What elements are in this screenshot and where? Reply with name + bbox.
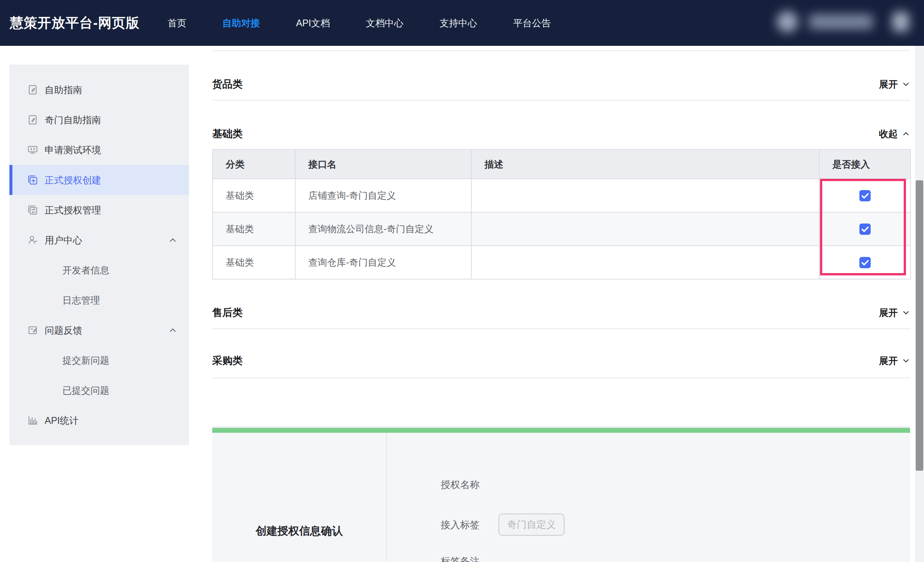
sidebar-item-label: 提交新问题 [9,354,109,367]
chevron-down-icon [901,356,910,365]
avatar [777,11,798,32]
sidebar-item-label: 已提交问题 [9,384,109,397]
cell-api-name: 查询物流公司信息-奇门自定义 [295,212,471,246]
table-row: 基础类 查询仓库-奇门自定义 [213,246,910,279]
user-account-blurred[interactable] [775,6,910,38]
cell-description [471,212,819,246]
chevron-down-icon [901,80,910,89]
col-connected: 是否接入 [819,150,910,179]
cell-description [471,246,819,279]
monitor-code-icon [27,144,39,156]
toggle-label: 收起 [879,126,898,141]
sidebar-item-developer-info[interactable]: 开发者信息 [9,255,189,285]
top-nav: 首页 自助对接 API文档 文档中心 支持中心 平台公告 [168,17,551,29]
chevron-down-icon [892,12,909,32]
col-api-name: 接口名 [295,150,471,179]
sidebar-item-apply-test-env[interactable]: 申请测试环境 [9,135,189,165]
sidebar-item-self-guide[interactable]: 自助指南 [9,75,189,105]
cell-category: 基础类 [213,179,295,212]
toggle-label: 展开 [879,305,898,320]
sidebar: 自助指南 奇门自助指南 申请测试环境 正式授权创建 正式授权管理 [9,65,189,445]
section-title-goods: 货品类 [212,77,243,92]
api-table: 分类 接口名 描述 是否接入 基础类 店铺查询-奇门自定义 基础类 查询物流公司… [212,149,911,279]
top-header: 慧策开放平台-网页版 首页 自助对接 API文档 文档中心 支持中心 平台公告 [0,0,924,46]
toggle-aftersale-expand[interactable]: 展开 [879,305,910,320]
sidebar-item-label: API统计 [9,414,79,427]
section-title-purchase: 采购类 [212,353,243,368]
scrollbar-track[interactable] [915,46,924,562]
sidebar-item-user-center[interactable]: 用户中心 [9,225,189,255]
cell-category: 基础类 [213,246,295,279]
section-divider [212,100,910,101]
nav-support-center[interactable]: 支持中心 [439,17,477,29]
toggle-basic-collapse[interactable]: 收起 [879,126,910,141]
sidebar-item-label: 开发者信息 [9,264,109,276]
feedback-icon [27,324,39,336]
table-row: 基础类 店铺查询-奇门自定义 [213,179,910,212]
page: 慧策开放平台-网页版 首页 自助对接 API文档 文档中心 支持中心 平台公告 … [0,0,924,562]
table-header-row: 分类 接口名 描述 是否接入 [213,150,910,179]
sidebar-item-label: 自助指南 [9,84,82,96]
nav-doc-center[interactable]: 文档中心 [366,17,403,29]
panel-title: 创建授权信息确认 [212,524,386,539]
access-tag-label: 接入标签 [441,519,480,531]
auth-name-label: 授权名称 [441,479,480,491]
section-title-aftersale: 售后类 [212,305,243,320]
user-icon [27,234,39,246]
col-category: 分类 [213,150,295,179]
table-row: 基础类 查询物流公司信息-奇门自定义 [213,212,910,246]
sidebar-item-submit-new-issue[interactable]: 提交新问题 [9,345,189,375]
connected-checkbox[interactable] [859,190,871,201]
connected-checkbox[interactable] [859,224,871,235]
scrollbar-thumb[interactable] [916,180,923,471]
cell-api-name: 查询仓库-奇门自定义 [295,246,471,279]
connected-checkbox[interactable] [859,257,871,268]
nav-platform-announcements[interactable]: 平台公告 [513,17,551,29]
sidebar-item-label: 申请测试环境 [9,144,101,156]
sidebar-item-formal-auth-manage[interactable]: 正式授权管理 [9,195,189,225]
section-divider [212,50,910,51]
sidebar-item-submitted-issues[interactable]: 已提交问题 [9,375,189,405]
sidebar-item-label: 问题反馈 [9,324,82,337]
square-arrows-icon [27,204,39,216]
sidebar-item-formal-auth-create[interactable]: 正式授权创建 [9,165,189,195]
panel-green-accent-bar [212,428,910,433]
toggle-label: 展开 [879,353,898,368]
toggle-purchase-expand[interactable]: 展开 [879,353,910,368]
cell-description [471,179,819,212]
section-divider [212,328,910,329]
panel-vertical-divider [386,433,387,562]
cell-category: 基础类 [213,212,295,246]
chevron-up-icon [901,129,910,138]
sidebar-item-label: 用户中心 [9,234,82,246]
toggle-label: 展开 [879,77,898,92]
create-auth-confirm-panel: 创建授权信息确认 授权名称 接入标签 奇门自定义 标签备注 [212,433,910,562]
bar-chart-icon [27,414,39,426]
sidebar-item-label: 日志管理 [9,294,100,307]
chevron-down-icon [901,308,910,317]
chevron-up-icon[interactable] [168,235,178,245]
guide-doc-icon [27,114,39,126]
chevron-up-icon[interactable] [168,325,178,335]
sidebar-item-label: 奇门自助指南 [9,114,101,126]
access-tag-chip[interactable]: 奇门自定义 [498,514,565,536]
toggle-goods-expand[interactable]: 展开 [879,77,910,92]
section-title-basic: 基础类 [212,126,243,141]
nav-home[interactable]: 首页 [168,17,186,29]
sidebar-item-api-stats[interactable]: API统计 [9,405,189,435]
sidebar-item-label: 正式授权管理 [9,204,101,216]
tag-note-label: 标签备注 [441,555,480,562]
cell-api-name: 店铺查询-奇门自定义 [295,179,471,212]
sidebar-item-feedback[interactable]: 问题反馈 [9,315,189,345]
col-description: 描述 [471,150,819,179]
app-logo: 慧策开放平台-网页版 [10,14,140,32]
sidebar-item-log-manage[interactable]: 日志管理 [9,285,189,315]
section-divider [212,378,910,378]
guide-doc-icon [27,84,39,96]
nav-api-docs[interactable]: API文档 [296,17,330,29]
sidebar-item-qimen-self-guide[interactable]: 奇门自助指南 [9,105,189,135]
nav-self-service[interactable]: 自助对接 [222,17,260,29]
username-redacted [809,14,873,29]
square-plus-icon [27,174,39,186]
sidebar-item-label: 正式授权创建 [9,174,101,186]
